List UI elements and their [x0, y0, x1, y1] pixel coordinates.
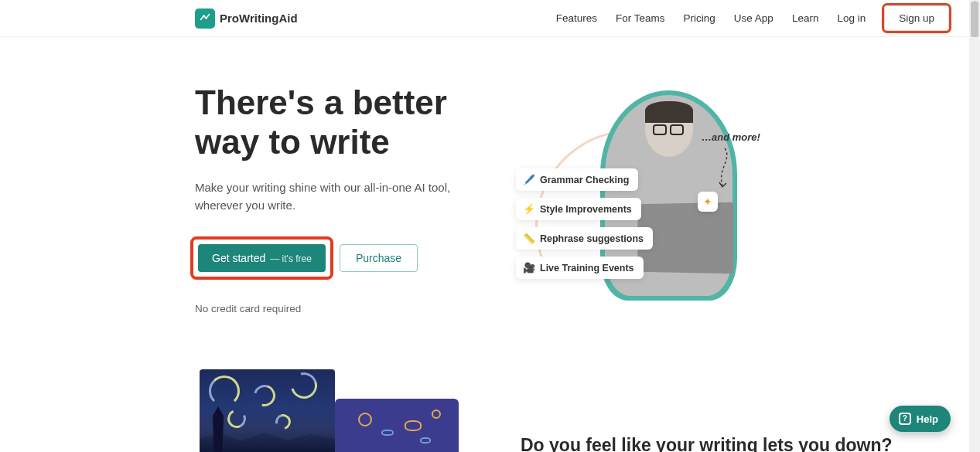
section2-heading: Do you feel like your writing lets you d… — [521, 435, 893, 452]
feature-pill-grammar: 🖊️ Grammar Checking — [516, 168, 638, 191]
hero-illustration: ✦ …and more! 🖊️ Grammar Checking ⚡ Style… — [520, 91, 783, 300]
feature-pill-rephrase: 📏 Rephrase suggestions — [516, 227, 653, 250]
feature-pill-label: Live Training Events — [540, 263, 634, 274]
feature-pill-style: ⚡ Style Improvements — [516, 198, 641, 220]
brand-name: ProWritingAid — [220, 12, 298, 25]
cta-row: Get started — it's free Purchase — [195, 241, 473, 275]
ruler-icon: 📏 — [523, 233, 534, 244]
nav-pricing[interactable]: Pricing — [684, 12, 715, 24]
starry-night-canvas — [200, 369, 335, 452]
hero-section: There's a better way to write Make your … — [0, 37, 980, 314]
nav-log-in[interactable]: Log in — [837, 12, 866, 24]
nav-learn[interactable]: Learn — [792, 12, 819, 24]
help-label: Help — [917, 413, 938, 425]
site-header: ProWritingAid Features For Teams Pricing… — [0, 0, 980, 37]
cta-note: No credit card required — [195, 303, 473, 314]
get-started-label: Get started — [212, 252, 265, 264]
artwork-back-canvas — [335, 399, 459, 452]
scrollbar-thumb[interactable] — [971, 2, 978, 37]
hero-subtitle: Make your writing shine with our all-in-… — [195, 178, 473, 215]
camera-icon: 🎥 — [523, 262, 534, 274]
feature-pill-training: 🎥 Live Training Events — [516, 257, 644, 279]
bolt-icon: ⚡ — [523, 203, 534, 215]
help-widget-button[interactable]: ? Help — [890, 406, 951, 432]
nav-features[interactable]: Features — [556, 12, 597, 24]
brand-logo[interactable]: ProWritingAid — [195, 8, 298, 29]
brand-logo-icon — [195, 8, 215, 29]
get-started-sublabel: — it's free — [270, 253, 312, 264]
get-started-button[interactable]: Get started — it's free — [198, 244, 326, 272]
feature-pill-label: Grammar Checking — [540, 175, 629, 185]
nav-for-teams[interactable]: For Teams — [616, 12, 665, 24]
hero-title: There's a better way to write — [195, 83, 473, 161]
and-more-label: …and more! — [702, 131, 760, 143]
help-icon: ? — [899, 413, 911, 425]
hero-text-column: There's a better way to write Make your … — [195, 83, 473, 314]
feature-pill-list: 🖊️ Grammar Checking ⚡ Style Improvements… — [516, 168, 653, 279]
section-writing-lets-you-down: Do you feel like your writing lets you d… — [0, 369, 980, 452]
artwork-illustration — [200, 369, 459, 452]
sparkle-icon: ✦ — [698, 192, 718, 212]
purchase-button[interactable]: Purchase — [340, 244, 418, 272]
dotted-arrow-icon — [713, 147, 736, 189]
feature-pill-label: Rephrase suggestions — [540, 233, 644, 244]
scrollbar-track[interactable] — [969, 0, 980, 452]
feature-pill-label: Style Improvements — [540, 204, 632, 215]
nav-use-app[interactable]: Use App — [734, 12, 773, 24]
primary-nav: Features For Teams Pricing Use App Learn… — [556, 5, 949, 31]
pen-icon: 🖊️ — [523, 174, 534, 185]
sign-up-button[interactable]: Sign up — [884, 5, 949, 31]
